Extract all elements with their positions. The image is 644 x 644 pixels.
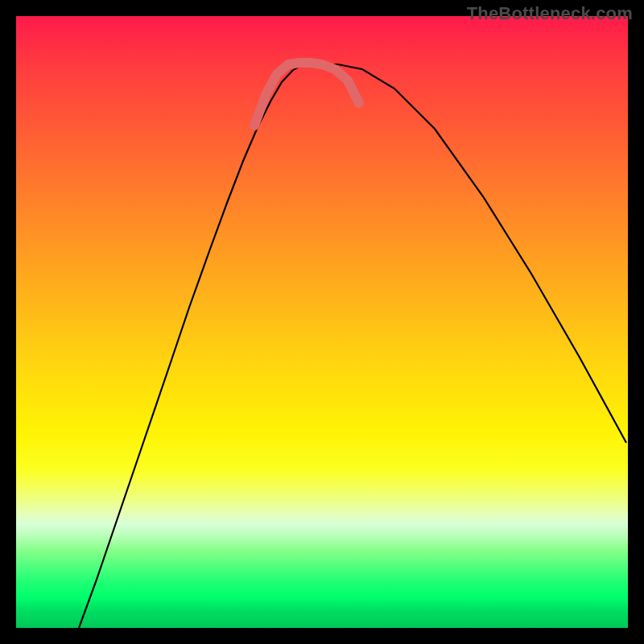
chart-frame: TheBottleneck.com xyxy=(0,0,644,644)
bottleneck-curve-svg xyxy=(16,16,628,628)
bottleneck-curve xyxy=(79,64,626,628)
plot-area xyxy=(16,16,628,628)
bottleneck-accent xyxy=(254,63,359,126)
watermark-text: TheBottleneck.com xyxy=(467,3,633,24)
